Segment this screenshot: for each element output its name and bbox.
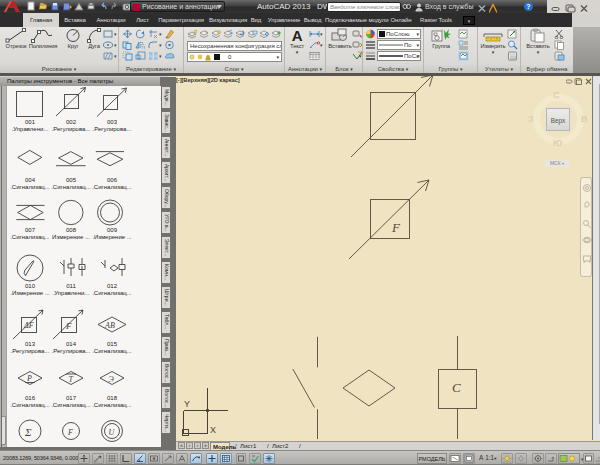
svg-text:T: T xyxy=(69,375,74,384)
svg-text:ΔF: ΔF xyxy=(23,321,34,330)
svg-text:X: X xyxy=(210,425,216,435)
svg-text:Σ: Σ xyxy=(24,426,32,438)
svg-text:Э: Э xyxy=(109,375,115,384)
svg-text:U: U xyxy=(109,428,116,437)
svg-text:F: F xyxy=(65,321,72,331)
svg-text:C: C xyxy=(452,380,461,395)
svg-text:AB: AB xyxy=(104,321,115,330)
svg-text:Y: Y xyxy=(184,399,190,409)
svg-text:F: F xyxy=(67,428,73,437)
svg-text:F: F xyxy=(391,220,401,235)
svg-text:P: P xyxy=(26,374,32,383)
